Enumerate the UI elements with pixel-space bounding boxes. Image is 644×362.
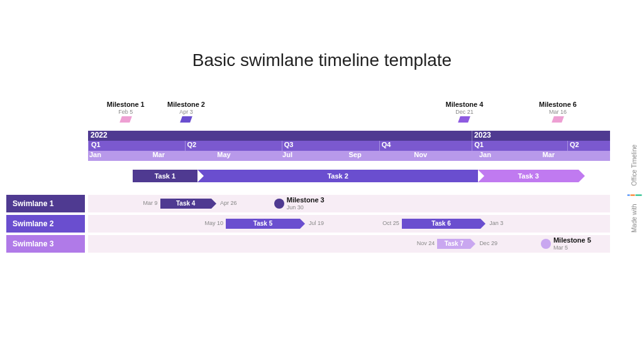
office-timeline-logo-icon <box>628 194 642 195</box>
quarter-label: Q2 <box>185 141 197 148</box>
swimlane-label: Swimlane 2 <box>6 215 85 233</box>
milestone-label: Milestone 1 <box>101 101 151 108</box>
task-bar: Task 5 <box>226 219 300 229</box>
milestone-label: Milestone 3 <box>287 196 325 204</box>
task-end-date: Apr 26 <box>220 200 237 206</box>
task-bar: Task 7 <box>437 239 470 249</box>
task-bar: Task 3 <box>478 170 579 182</box>
milestone-label: Milestone 4 <box>439 101 489 108</box>
milestone-date: Dec 21 <box>439 109 489 115</box>
month-row: JanMarMayJulSepNovJanMar <box>88 151 610 161</box>
swimlane: Swimlane 2Task 5May 10Jul 19Task 6Oct 25… <box>6 215 610 233</box>
milestone-flag-icon <box>458 116 471 123</box>
month-label: Jan <box>88 151 101 158</box>
month-label: May <box>216 151 230 158</box>
quarter-label: Q4 <box>379 141 391 148</box>
quarter-label: Q1 <box>89 141 101 148</box>
milestone-flag-icon <box>552 116 564 123</box>
milestone-dot-icon <box>541 239 551 249</box>
milestone-date: Jun 30 <box>287 204 304 211</box>
swimlane-label: Swimlane 1 <box>6 195 85 212</box>
year-label: 2022 <box>88 131 108 140</box>
milestone-label: Milestone 5 <box>553 236 591 244</box>
milestone-flag-icon <box>119 116 132 123</box>
month-label: Sep <box>348 151 362 158</box>
month-label: Mar <box>541 151 555 158</box>
milestone-label: Milestone 6 <box>533 101 583 108</box>
task-end-date: Jul 19 <box>309 220 324 226</box>
month-label: Mar <box>151 151 165 158</box>
milestone-date: Mar 5 <box>553 244 568 251</box>
task-end-date: Dec 29 <box>479 240 497 246</box>
swimlane: Swimlane 1Task 4Mar 9Apr 26Milestone 3Ju… <box>6 195 610 212</box>
swimlane-label: Swimlane 3 <box>6 235 85 253</box>
swimlanes: Swimlane 1Task 4Mar 9Apr 26Milestone 3Ju… <box>6 195 610 255</box>
task-start-date: Mar 9 <box>143 200 158 206</box>
month-label: Jul <box>281 151 292 158</box>
month-label: Nov <box>413 151 427 158</box>
milestones-top: Milestone 1Feb 5Milestone 2Apr 3Mileston… <box>88 101 610 131</box>
made-with-label: Made with <box>631 204 638 233</box>
milestone-date: Apr 3 <box>161 109 211 115</box>
year-row: 20222023 <box>88 131 610 141</box>
quarter-label: Q2 <box>567 141 579 148</box>
milestone-dot-icon <box>274 199 284 209</box>
page-title: Basic swimlane timeline template <box>0 50 644 70</box>
milestone-marker: Milestone 4Dec 21 <box>439 101 489 123</box>
task-bar: Task 6 <box>402 219 480 229</box>
year-label: 2023 <box>472 131 491 140</box>
task-start-date: Nov 24 <box>417 240 435 246</box>
milestone-date: Feb 5 <box>101 109 151 115</box>
task-start-date: Oct 25 <box>382 220 399 226</box>
month-label: Jan <box>478 151 491 158</box>
milestone-marker: Milestone 2Apr 3 <box>161 101 211 123</box>
swimlane: Swimlane 3Task 7Nov 24Dec 29Milestone 5M… <box>6 235 610 253</box>
task-end-date: Jan 3 <box>489 220 503 226</box>
task-start-date: May 10 <box>205 220 224 226</box>
product-name: Office Timeline <box>631 145 638 186</box>
milestone-marker: Milestone 6Mar 16 <box>533 101 583 123</box>
branding: Made with Office Timeline <box>631 126 638 251</box>
quarter-label: Q1 <box>472 141 484 148</box>
milestone-flag-icon <box>180 116 192 123</box>
task-bar: Task 1 <box>133 170 198 182</box>
task-bar: Task 4 <box>160 199 211 209</box>
task-bar: Task 2 <box>197 170 478 182</box>
quarter-label: Q3 <box>282 141 294 148</box>
quarter-row: Q1Q2Q3Q4Q1Q2 <box>88 141 610 151</box>
milestone-marker: Milestone 1Feb 5 <box>101 101 151 123</box>
tasks-top: Task 1Task 2Task 3 <box>88 170 610 184</box>
milestone-date: Mar 16 <box>533 109 583 115</box>
milestone-label: Milestone 2 <box>161 101 211 108</box>
